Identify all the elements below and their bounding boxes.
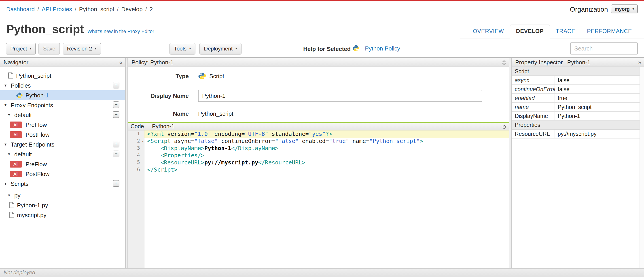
inspector-property-value[interactable]: Python-1 <box>555 112 644 120</box>
code-line[interactable]: <?xml version="1.0" encoding="UTF-8" sta… <box>144 130 509 138</box>
code-line[interactable]: <Script async="false" continueOnError="f… <box>144 138 509 145</box>
organization-select[interactable]: myorg ▾ <box>611 4 638 13</box>
tree-item-script-python1py[interactable]: Python-1.py <box>0 200 125 210</box>
breadcrumb-link[interactable]: Dashboard <box>6 5 35 12</box>
expand-inspector-icon[interactable]: » <box>638 58 641 67</box>
inspector-scrollbar[interactable] <box>640 67 644 268</box>
caret-down-icon[interactable]: ▾ <box>8 193 12 198</box>
tree-item-script-myscriptpy[interactable]: myscript.py <box>0 210 125 220</box>
whats-new-link[interactable]: What's new in the Proxy Editor <box>88 28 154 34</box>
caret-down-icon[interactable]: ▾ <box>4 103 9 107</box>
revision-menu-button[interactable]: Revision 2▾ <box>62 43 101 54</box>
inspector-row[interactable]: DisplayNamePython-1 <box>512 112 644 121</box>
add-script-button[interactable]: + <box>113 180 120 187</box>
tree-group-py[interactable]: ▾ py <box>0 190 125 200</box>
display-name-input[interactable] <box>198 90 482 102</box>
tree-item-proxy-postflow[interactable]: All PostFlow <box>0 130 125 139</box>
tree-item-target-default[interactable]: ▾ default + <box>0 149 125 159</box>
tree-item-proxy-preflow[interactable]: All PreFlow <box>0 120 125 130</box>
add-flow-button[interactable]: + <box>113 151 120 157</box>
proxy-editor-app: Dashboard/API Proxies/Python_script/Deve… <box>0 0 644 277</box>
line-number[interactable]: 3 <box>128 145 144 152</box>
tree-section-policies[interactable]: ▾ Policies + <box>0 80 125 90</box>
tree-section-proxy-endpoints[interactable]: ▾ Proxy Endpoints + <box>0 100 125 110</box>
code-gutter: 123456 <box>128 130 144 268</box>
page-title: Python_script <box>6 23 84 35</box>
caret-down-icon[interactable]: ▾ <box>8 113 12 117</box>
caret-down-icon[interactable]: ▾ <box>4 181 9 186</box>
tree-item-target-preflow[interactable]: All PreFlow <box>0 159 125 169</box>
python-policy-help-link[interactable]: Python Policy <box>365 45 400 52</box>
line-number[interactable]: 2 <box>128 138 144 145</box>
code-line[interactable]: </Script> <box>144 166 509 173</box>
top-bar: Dashboard/API Proxies/Python_script/Deve… <box>0 1 644 14</box>
caret-down-icon[interactable]: ▾ <box>4 142 9 147</box>
file-icon <box>9 202 14 208</box>
inspector-row[interactable]: asyncfalse <box>512 76 644 85</box>
inspector-property-value[interactable]: false <box>555 76 644 84</box>
add-flow-button[interactable]: + <box>113 111 120 118</box>
caret-down-icon[interactable]: ▾ <box>8 152 12 156</box>
tree-section-scripts[interactable]: ▾ Scripts + <box>0 179 125 189</box>
inspector-body: ScriptasyncfalsecontinueOnErrorfalseenab… <box>512 67 644 268</box>
caret-down-icon[interactable]: ▾ <box>4 83 9 88</box>
collapse-panel-icon[interactable] <box>502 58 506 67</box>
line-number[interactable]: 5 <box>128 159 144 166</box>
pane-splitter[interactable] <box>125 58 128 268</box>
chevron-down-icon: ▾ <box>235 47 237 50</box>
inspector-row[interactable]: namePython_script <box>512 103 644 112</box>
search-input[interactable] <box>570 42 638 54</box>
inspector-row[interactable]: enabledtrue <box>512 94 644 103</box>
code-line[interactable]: <DisplayName>Python-1</DisplayName> <box>144 145 509 152</box>
header-row: Python_script What's new in the Proxy Ed… <box>0 20 644 38</box>
tree-item-proxy-default[interactable]: ▾ default + <box>0 110 125 120</box>
tools-menu-button[interactable]: Tools▾ <box>170 43 196 54</box>
inspector-title: Property Inspector <box>515 59 562 65</box>
code-line[interactable]: <ResourceURL>py://myscript.py</ResourceU… <box>144 159 509 166</box>
add-proxy-endpoint-button[interactable]: + <box>113 101 120 108</box>
tab-overview[interactable]: OVERVIEW <box>467 25 510 38</box>
expand-code-panel-icon[interactable] <box>502 123 506 131</box>
inspector-row[interactable]: continueOnErrorfalse <box>512 85 644 94</box>
policy-editor-pane: Policy: Python-1 Type Script Display Nam… <box>128 58 509 268</box>
pane-splitter[interactable] <box>509 58 512 268</box>
main-workspace: Navigator « Python_script ▾ Policies + P… <box>0 57 644 268</box>
tab-performance[interactable]: PERFORMANCE <box>581 25 638 38</box>
navigator-pane: Navigator « Python_script ▾ Policies + P… <box>0 58 125 268</box>
tab-develop[interactable]: DEVELOP <box>510 24 550 38</box>
python-icon <box>16 92 23 98</box>
all-badge: All <box>10 170 22 177</box>
all-badge: All <box>10 161 22 167</box>
tree-item-target-postflow[interactable]: All PostFlow <box>0 169 125 179</box>
inspector-property-value[interactable]: false <box>555 85 644 93</box>
all-badge: All <box>10 131 22 138</box>
inspector-property-name: name <box>512 103 555 111</box>
add-policy-button[interactable]: + <box>113 82 120 88</box>
tree-item-proxy-root[interactable]: Python_script <box>0 71 125 80</box>
collapse-navigator-icon[interactable]: « <box>120 58 122 67</box>
python-icon <box>352 45 360 52</box>
inspector-property-value[interactable]: py://myscript.py <box>555 130 644 138</box>
add-target-endpoint-button[interactable]: + <box>113 141 120 147</box>
inspector-property-value[interactable]: Python_script <box>555 103 644 111</box>
tab-trace[interactable]: TRACE <box>550 25 581 38</box>
toolbar-left-group: Project▾ Save Revision 2▾ <box>6 43 101 54</box>
code-line[interactable]: <Properties/> <box>144 152 509 159</box>
deployment-menu-button[interactable]: Deployment▾ <box>200 43 242 54</box>
save-button[interactable]: Save <box>39 43 60 54</box>
line-number[interactable]: 1 <box>128 130 144 138</box>
line-number[interactable]: 4 <box>128 152 144 159</box>
inspector-row[interactable]: ResourceURLpy://myscript.py <box>512 130 644 138</box>
code-editor[interactable]: 123456 <?xml version="1.0" encoding="UTF… <box>128 130 509 268</box>
inspector-property-value[interactable]: true <box>555 94 644 102</box>
code-lines[interactable]: <?xml version="1.0" encoding="UTF-8" sta… <box>144 130 509 268</box>
breadcrumb-link[interactable]: API Proxies <box>42 5 72 12</box>
project-menu-button[interactable]: Project▾ <box>6 43 36 54</box>
line-number[interactable]: 6 <box>128 166 144 173</box>
chevron-down-icon: ▾ <box>30 47 32 50</box>
tree-item-policy-python1[interactable]: Python-1 <box>0 90 125 100</box>
tree-section-target-endpoints[interactable]: ▾ Target Endpoints + <box>0 139 125 149</box>
type-value: Script <box>198 72 224 80</box>
type-label: Type <box>128 73 189 79</box>
breadcrumb-separator: / <box>145 5 147 12</box>
